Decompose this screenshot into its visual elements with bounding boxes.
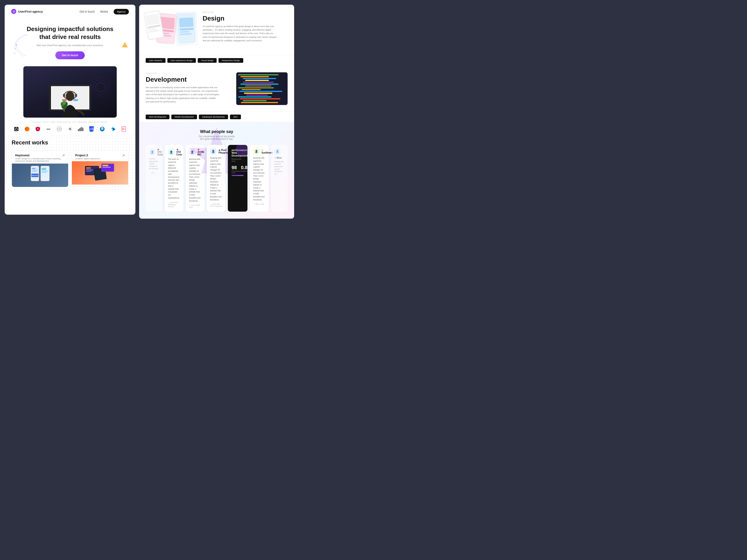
svg-rect-62 [86,167,91,169]
t-company-icon-sunflower: ✦ [261,149,263,152]
t-company-icon-pixel: ◈ [218,149,221,152]
flutter-logo [110,126,116,132]
design-service-title: Design [203,15,288,22]
code-image [236,72,288,105]
aws-logo: aws [45,126,52,132]
tag-mobile-dev[interactable]: Mobile Development [171,114,197,119]
perf-subtitle: Blazing fast sites [232,158,244,162]
t-quote-pixel: Working with UserFirst Agency was a game… [210,157,222,201]
work-card-arrow-2[interactable]: ↗ [122,154,125,157]
svg-rect-72 [179,17,193,27]
person-silhouette [56,87,84,117]
work-card-2[interactable]: Project 2 Creative digital experience ↗ [72,151,128,187]
svg-point-41 [102,128,103,129]
code-line-13 [238,96,272,98]
nav-links: Get in touch Works Agency [80,9,129,14]
nav-link-touch[interactable]: Get in touch [80,10,95,13]
deezer-logo [77,126,84,132]
hero-cta-button[interactable]: Get in touch [55,51,85,59]
nav-item-touch[interactable]: Get in touch [80,9,95,14]
hero-title: Designing impactful solutions that drive… [14,25,126,41]
drupal-logo [99,126,105,132]
svg-text:Hello Faca: Hello Faca [31,175,38,176]
code-line-16 [241,102,278,103]
dev-tags: Web Development Mobile Development Datab… [139,112,294,122]
testimonials-row: 👤 ◈ XYZ Corp UserFirst Agency was a game… [146,145,288,212]
work-card-header-2: Project 2 Creative digital experience ↗ [72,151,128,161]
perf-score-label: Performance score [232,170,241,174]
dev-service-label: SERVICE [146,72,231,75]
tag-seo[interactable]: SEO [230,114,241,119]
perf-load: 0.8s [241,165,248,170]
perf-load-label: Load time [241,170,248,172]
t-author-pixel: — Associate CEO at agency [210,203,222,207]
nav-link-agency[interactable]: Agency [114,9,129,15]
recent-works-section: Recent works Heyinvest Smart design for … [5,135,135,192]
nav-logo[interactable]: U UserFirst agency [11,9,43,14]
svg-text:CSS: CSS [90,128,94,130]
nav-item-works[interactable]: Works [100,9,108,14]
work-card-arrow[interactable]: ↗ [62,154,65,157]
tag-ux-design[interactable]: User experience design [168,58,196,63]
testimonials-section: What people say Our coustomers are out t… [139,122,294,219]
t-company: ◈ XYZ Corp [157,148,163,156]
t-company-wrap-xyz: ◈ XYZ Corp [177,148,182,156]
navbar: U UserFirst agency Get in touch Works Ag… [5,5,135,18]
dev-service-section: SERVICE Development We specialize in dev… [139,66,294,112]
t-header-pixel: 👤 ◈ Pixel Playground [210,148,222,155]
cc-logo [56,126,62,132]
nav-link-works[interactable]: Works [100,10,108,13]
code-line-3 [243,78,276,79]
t-quote: UserFirst Agency was a game-changer for … [149,158,159,170]
code-line-5 [243,82,274,83]
left-panel: U UserFirst agency Get in touch Works Ag… [5,5,135,215]
design-mockups [146,11,197,49]
timer-logo [13,126,20,132]
t-author-sunflower: — Team Lead [253,203,265,205]
svg-rect-50 [32,170,38,170]
svg-marker-26 [37,129,38,130]
svg-marker-3 [14,52,16,54]
code-line-10 [239,91,282,92]
ripple-decoration [89,76,112,100]
angular-logo [34,126,41,132]
works-grid: Heyinvest Smart design for a friendly wa… [12,151,128,187]
design-service-desc: At UserFirst Agency, we believe that gre… [203,25,277,42]
code-line-14 [240,98,280,99]
perf-metric-1: 98 Performance score 0.8s Load time [232,165,244,174]
tag-user-research[interactable]: User research [146,58,165,63]
phone-mockup-3 [175,12,198,46]
svg-point-15 [93,80,108,95]
svg-rect-30 [78,129,79,131]
work-card-title-2: Project 2 [75,154,100,157]
code-line-4 [245,80,269,81]
t-company-blue: ✦ Blue [274,157,285,159]
t-company-wrap: ◈ XYZ Corp [157,148,163,156]
work-card-header: Heyinvest Smart design for a friendly wa… [12,151,68,164]
code-line-8 [238,87,274,88]
plant-decoration [61,99,68,111]
t-avatar-pixel: 👤 [210,148,216,155]
tag-responsive[interactable]: Responsive Design [218,58,243,63]
hero-image: OBVIOUSLY CONDENSED [23,66,117,117]
work-card-desc: Smart design for a friendly way to learn… [15,158,62,162]
svg-rect-49 [32,168,35,169]
svg-point-13 [62,101,66,105]
work-card-title: Heyinvest [15,154,62,157]
perf-metric-group: 98 Performance score [232,165,241,174]
t-quote-xyz: The team at UserFirst Agency delivered e… [168,158,180,199]
t-header-sunflower: 👤 ✦ Sunflower [253,148,265,155]
work-card-heyinvest[interactable]: Heyinvest Smart design for a friendly wa… [12,151,69,187]
testimonial-card-xyz: 👤 ◈ XYZ Corp The team at UserFirst Agenc… [165,145,183,212]
tag-web-dev[interactable]: Web Development [146,114,170,119]
t-header: 👤 ◈ XYZ Corp [149,148,159,156]
svg-point-14 [96,83,105,92]
svg-rect-64 [86,171,91,172]
design-service-info: SERVICE Design At UserFirst Agency, we b… [203,11,288,49]
tag-databases[interactable]: Databases developmetn [199,114,228,119]
svg-point-1 [15,48,16,49]
code-line-12 [246,95,268,96]
nav-item-agency[interactable]: Agency [114,9,129,14]
tag-visual-design[interactable]: Visual design [198,58,216,63]
t-avatar-blue: 👤 [274,148,281,155]
